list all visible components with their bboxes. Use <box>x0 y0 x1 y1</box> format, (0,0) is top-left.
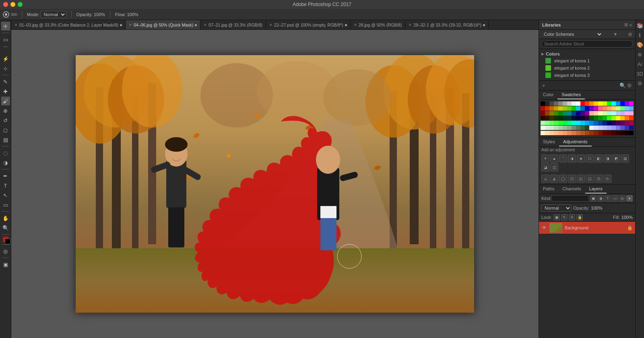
swatch-cell[interactable] <box>541 101 545 106</box>
color-item-1[interactable]: elegant of korea 1 <box>539 57 635 64</box>
swatch-cell[interactable] <box>572 101 576 106</box>
swatch-cell[interactable] <box>549 121 554 125</box>
swatch-cell[interactable] <box>589 106 594 111</box>
swatch-cell[interactable] <box>611 116 616 120</box>
swatch-cell[interactable] <box>594 101 598 106</box>
swatch-cell[interactable] <box>576 106 580 111</box>
swatch-cell[interactable] <box>620 106 625 111</box>
heal-tool[interactable]: ✚ <box>1 87 10 96</box>
swatch-cell[interactable] <box>589 101 594 106</box>
libraries-add-btn[interactable]: + <box>542 82 545 89</box>
maximize-button[interactable] <box>18 2 23 7</box>
swatch-cell[interactable] <box>580 101 585 106</box>
icon-panel-info[interactable]: ℹ <box>636 31 644 39</box>
icon-panel-ai[interactable]: Ai <box>636 60 644 68</box>
adj-posterize-icon[interactable]: ◬ <box>541 175 549 183</box>
swatch-cell[interactable] <box>598 121 603 125</box>
layer-row-background[interactable]: 👁 Background 🔒 <box>539 222 635 234</box>
screen-mode-tool[interactable]: ▣ <box>1 260 10 269</box>
swatch-cell[interactable] <box>554 121 558 125</box>
swatch-cell[interactable] <box>625 101 629 106</box>
adj-brightness-icon[interactable]: ☀ <box>541 155 549 163</box>
swatch-cell[interactable] <box>585 116 589 120</box>
brush-tool-icon[interactable]: 300 <box>2 11 17 18</box>
tab-04-06[interactable]: ✕ 04–06.jpg @ 50% (Quick Mask) <box>126 20 200 30</box>
swatch-cell[interactable] <box>572 116 576 120</box>
swatch-cell[interactable] <box>558 131 563 135</box>
color-item-3[interactable]: elegant of korea 3 <box>539 72 635 79</box>
swatch-cell[interactable] <box>607 106 611 111</box>
swatch-cell[interactable] <box>554 101 558 106</box>
swatch-cell[interactable] <box>616 116 620 120</box>
eraser-tool[interactable]: ◻ <box>1 126 10 134</box>
swatch-cell[interactable] <box>616 121 620 125</box>
filter-adjust-icon[interactable]: ◑ <box>597 195 604 202</box>
tab-28[interactable]: ✕ 28.jpg @ 50% (RGB/8) <box>351 20 406 30</box>
swatch-cell[interactable] <box>594 111 598 115</box>
swatch-cell[interactable] <box>563 116 567 120</box>
swatch-cell[interactable] <box>603 121 607 125</box>
swatch-cell[interactable] <box>558 121 563 125</box>
adj-exposure-icon[interactable]: ◑ <box>568 155 576 163</box>
tab-01-03[interactable]: ✕ 01–03.jpg @ 33.3% (Color Balance 2, La… <box>11 20 126 30</box>
swatch-cell[interactable] <box>572 126 576 130</box>
swatch-cell[interactable] <box>580 116 585 120</box>
swatch-cell[interactable] <box>567 121 572 125</box>
gradient-tool[interactable]: ▤ <box>1 135 10 144</box>
swatch-cell[interactable] <box>629 116 634 120</box>
adj-extra-icon[interactable]: ◴ <box>603 175 611 183</box>
swatch-cell[interactable] <box>603 131 607 135</box>
swatch-cell[interactable] <box>558 101 563 106</box>
crop-tool[interactable]: ⊹ <box>1 64 10 73</box>
foreground-color[interactable] <box>3 237 8 242</box>
swatch-cell[interactable] <box>585 121 589 125</box>
swatch-cell[interactable] <box>598 111 603 115</box>
swatch-cell[interactable] <box>620 121 625 125</box>
swatch-cell[interactable] <box>572 131 576 135</box>
swatch-cell[interactable] <box>554 106 558 111</box>
swatch-cell[interactable] <box>567 126 572 130</box>
swatch-cell[interactable] <box>585 111 589 115</box>
filter-toggle[interactable]: ● <box>626 195 633 202</box>
minimize-button[interactable] <box>10 2 15 7</box>
swatch-cell[interactable] <box>629 111 634 115</box>
stamp-tool[interactable]: ⊕ <box>1 106 10 115</box>
libraries-grid-icon[interactable]: ⊞ <box>624 22 628 27</box>
icon-panel-navigator[interactable]: ⊕ <box>636 51 644 58</box>
swatch-cell[interactable] <box>616 101 620 106</box>
swatch-cell[interactable] <box>629 121 634 125</box>
swatch-cell[interactable] <box>607 116 611 120</box>
adj-threshold-icon[interactable]: ◫ <box>550 163 558 171</box>
adj-invert-icon[interactable]: ◭ <box>550 175 558 183</box>
swatch-cell[interactable] <box>620 101 625 106</box>
swatch-cell[interactable] <box>545 131 549 135</box>
filter-pixel-icon[interactable]: ▣ <box>590 195 597 202</box>
tab-adjustments[interactable]: Adjustments <box>559 138 592 146</box>
swatch-cell[interactable] <box>594 106 598 111</box>
swatch-cell[interactable] <box>580 126 585 130</box>
swatch-cell[interactable] <box>541 106 545 111</box>
swatch-cell[interactable] <box>589 121 594 125</box>
swatch-cell[interactable] <box>554 116 558 120</box>
brush-tool[interactable]: 🖌 <box>1 97 10 105</box>
swatch-cell[interactable] <box>607 111 611 115</box>
swatch-cell[interactable] <box>541 116 545 120</box>
tab-07-21[interactable]: ✕ 07–21.jpg @ 33.3% (RGB/8) <box>200 20 266 30</box>
pen-tool[interactable]: ✒ <box>1 171 10 180</box>
swatch-cell[interactable] <box>554 126 558 130</box>
swatch-cell[interactable] <box>594 126 598 130</box>
close-button[interactable] <box>3 2 8 7</box>
libraries-search-input[interactable] <box>541 40 633 47</box>
swatch-cell[interactable] <box>611 106 616 111</box>
blend-mode-select[interactable]: Normal <box>541 204 572 212</box>
swatch-cell[interactable] <box>563 131 567 135</box>
swatch-cell[interactable] <box>572 121 576 125</box>
swatch-cell[interactable] <box>545 106 549 111</box>
swatch-cell[interactable] <box>576 126 580 130</box>
swatch-cell[interactable] <box>629 126 634 130</box>
swatch-cell[interactable] <box>629 101 634 106</box>
swatch-cell[interactable] <box>616 131 620 135</box>
swatch-cell[interactable] <box>585 101 589 106</box>
tab-close-1[interactable]: ✕ <box>14 23 18 27</box>
swatch-cell[interactable] <box>598 101 603 106</box>
